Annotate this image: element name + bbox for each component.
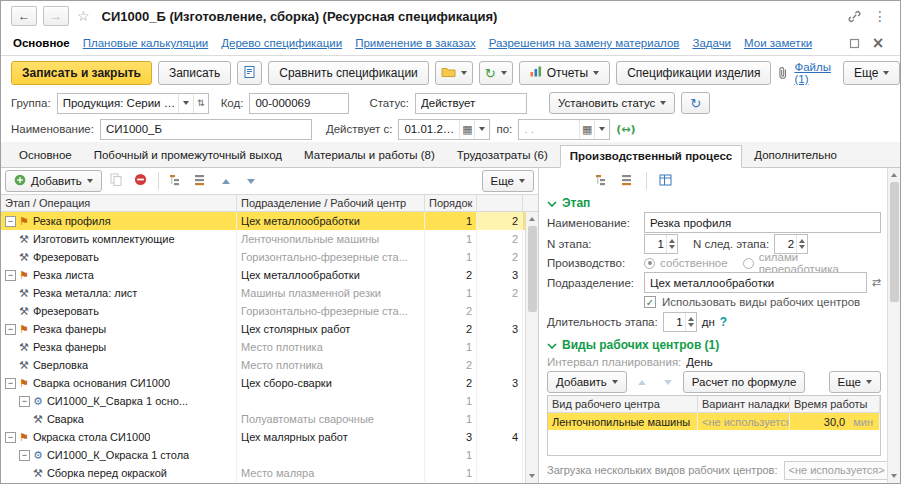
collapse-toggle-icon[interactable]: − [5,324,16,335]
save-button[interactable]: Записать [158,61,231,85]
group-input[interactable]: Продукция: Серии СИ и Т ⇅ [57,93,209,114]
production-own-radio[interactable]: собственное [644,257,728,269]
scroll-thumb[interactable] [890,182,899,302]
copy-link-icon[interactable] [844,6,864,26]
rc-column-center[interactable]: Вид рабочего центра [548,396,698,412]
collapse-toggle-icon[interactable]: − [19,450,30,461]
spinner-icons[interactable] [796,235,807,253]
favorite-star-icon[interactable]: ☆ [77,8,90,24]
validity-period-icon[interactable]: (↔) [616,123,635,136]
process-more-button[interactable]: Еще [482,170,534,192]
process-row[interactable]: ⚒Сборка перед окраскойМесто маляра1 [1,464,525,482]
process-row[interactable]: ⚒СваркаПолуавтоматы сварочные1 [1,410,525,428]
stage-section-header[interactable]: Этап [547,194,881,212]
tab[interactable]: Побочный и промежуточный выход [84,144,292,167]
collapse-toggle-icon[interactable]: − [5,216,16,227]
process-row[interactable]: −⚑Сварка основания СИ1000Цех сборо-сварк… [1,374,525,392]
collapse-toggle-icon[interactable]: − [19,396,30,407]
process-row[interactable]: −⚙СИ1000_К_Сварка 1 осно...1 [1,392,525,410]
scroll-up-icon[interactable] [526,212,538,226]
process-row[interactable]: −⚑Окраска стола СИ1000Цех малярных работ… [1,428,525,446]
scroll-down-icon[interactable] [526,469,538,483]
exchange-button[interactable]: ↻ [479,61,513,85]
process-row[interactable]: ⚒Резка металла: листМашины плазменной ре… [1,284,525,302]
nav-link[interactable]: Плановые калькуляции [83,37,209,49]
set-status-button[interactable]: Установить статус [549,92,675,114]
column-order[interactable]: Порядок [425,195,477,211]
nav-link[interactable]: Основное [13,37,70,49]
process-row[interactable]: ⚒ФрезероватьГоризонтально-фрезерные ста.… [1,302,525,320]
duration-help-link[interactable]: ? [720,315,727,329]
ungroup-view-button[interactable] [617,170,639,192]
save-close-button[interactable]: Записать и закрыть [11,61,152,85]
nav-link[interactable]: Разрешения на замену материалов [489,37,680,49]
process-row[interactable]: ⚒СверловкаМесто плотника2 [1,356,525,374]
tab[interactable]: Дополнительно [744,144,847,167]
rc-section-header[interactable]: Виды рабочих центров (1) [547,336,881,354]
column-order-2[interactable] [477,195,523,211]
rc-add-button[interactable]: Добавить [547,371,627,393]
forward-button[interactable]: → [43,6,69,26]
rc-move-down-button[interactable] [657,371,679,393]
process-scrollbar[interactable] [525,212,538,483]
stage-n-input[interactable]: 1 [644,234,678,254]
move-up-button[interactable] [215,170,237,192]
date-dropdown-icon[interactable] [474,120,489,139]
duration-input[interactable]: 1 [663,312,697,332]
process-row[interactable]: −⚑Резка фанерыЦех столярных работ23 [1,320,525,338]
add-row-button[interactable]: Добавить [5,170,102,192]
process-row[interactable]: −⚑Резка листаЦех металлообработки23 [1,266,525,284]
delete-row-button[interactable] [130,170,152,192]
code-input[interactable]: 00-000069 [249,93,349,114]
post-button[interactable] [237,61,262,85]
create-based-button[interactable] [435,61,473,85]
spinner-icons[interactable] [685,313,696,331]
group-view-button[interactable] [591,170,613,192]
use-rc-checkbox[interactable]: ✓ Использовать виды рабочих центров [644,296,860,308]
collapse-toggle-icon[interactable]: − [5,270,16,281]
nav-link[interactable]: Мои заметки [744,37,812,49]
status-history-button[interactable]: ↻ [681,92,710,114]
tab[interactable]: Основное [9,144,82,167]
item-specs-button[interactable]: Спецификации изделия [616,61,771,85]
nav-link[interactable]: Применение в заказах [355,37,475,49]
nav-link[interactable]: Дерево спецификации [221,37,342,49]
process-row[interactable]: −⚑Резка профиляЦех металлообработки12 [1,212,525,230]
process-row[interactable]: ⚒Резка фанерыМесто плотника1 [1,338,525,356]
panel-scrollbar[interactable] [887,168,900,483]
files-link[interactable]: Файлы (1) [794,61,831,85]
tab[interactable]: Трудозатраты (6) [447,144,558,167]
process-row[interactable]: ⚒ФрезероватьГоризонтально-фрезерные ста.… [1,248,525,266]
rc-move-up-button[interactable] [631,371,653,393]
list-view-button[interactable] [190,170,212,192]
scroll-down-icon[interactable] [888,469,900,483]
calc-formula-button[interactable]: Расчет по формуле [683,371,805,393]
tab[interactable]: Материалы и работы (8) [294,144,445,167]
calendar-icon[interactable]: ▦ [459,120,474,139]
calendar-icon[interactable]: ▦ [579,120,594,139]
group-choose-icon[interactable]: ⇅ [193,94,208,113]
move-down-button[interactable] [240,170,262,192]
tree-view-button[interactable] [165,170,187,192]
group-dropdown-icon[interactable] [178,94,193,113]
open-icon[interactable]: ⇄ [872,277,881,288]
valid-to-input[interactable]: . . ▦ [518,119,610,140]
spinner-icons[interactable] [666,235,677,253]
compare-specs-button[interactable]: Сравнить спецификации [268,61,429,85]
attachment-icon[interactable] [777,63,788,83]
nav-link[interactable]: Задачи [692,37,731,49]
rc-column-variant[interactable]: Вариант наладки [698,396,790,412]
date-dropdown-icon[interactable] [594,120,609,139]
rc-row[interactable]: Ленточнопильные машины<не используется>3… [548,413,880,430]
process-row[interactable]: ⚒Изготовить комплектующиеЛенточнопильные… [1,230,525,248]
tab[interactable]: Производственный процесс [560,145,742,168]
process-row[interactable]: −⚙СИ1000_К_Окраска 1 стола1 [1,446,525,464]
department-input[interactable]: Цех металлообработки [644,272,867,293]
load-input[interactable]: <не используется> [784,461,887,480]
valid-from-input[interactable]: 01.01.2021 ▦ [398,119,490,140]
collapse-toggle-icon[interactable]: − [5,432,16,443]
stage-name-input[interactable]: Резка профиля [644,212,881,233]
column-center[interactable]: Подразделение / Рабочий центр [237,195,425,211]
status-input[interactable]: Действует [415,93,527,114]
table-settings-button[interactable] [654,170,676,192]
